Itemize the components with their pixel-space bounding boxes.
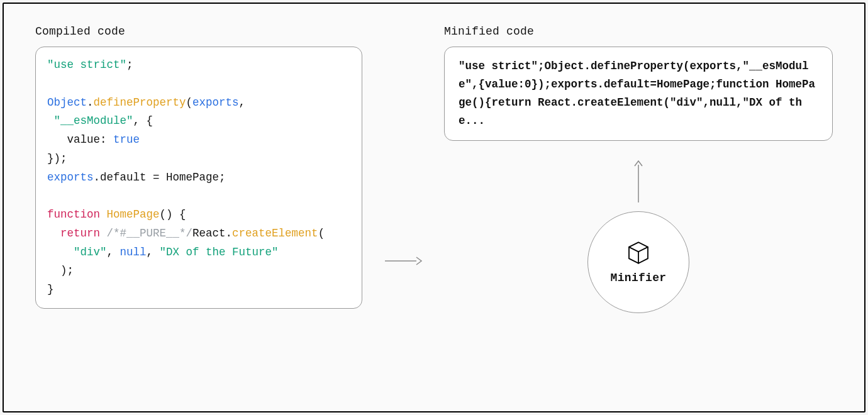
code-token: true — [113, 133, 140, 146]
code-token: , { — [133, 114, 153, 127]
code-token: . — [87, 96, 94, 109]
code-token: return — [60, 227, 100, 240]
code-token: "div" — [74, 246, 107, 258]
diagram-frame: Compiled code "use strict"; Object.defin… — [3, 3, 865, 412]
code-token: value: — [67, 133, 114, 146]
code-token: null — [120, 246, 147, 258]
code-token: function — [47, 208, 100, 221]
code-token: ( — [186, 96, 193, 109]
code-token: ); — [60, 264, 74, 277]
code-token: "DX of the Future" — [160, 246, 279, 258]
code-token — [47, 246, 74, 258]
code-token: , — [239, 96, 246, 109]
code-token — [100, 227, 107, 240]
code-token: exports — [192, 96, 239, 109]
minifier-node: Minifier — [587, 211, 689, 313]
code-token — [47, 264, 60, 277]
code-token: } — [47, 283, 54, 296]
code-token — [100, 208, 107, 221]
code-token: Object — [47, 96, 87, 109]
code-token: React. — [192, 227, 232, 240]
compiled-code-label: Compiled code — [35, 25, 362, 38]
code-token: "use strict" — [47, 58, 126, 71]
code-token: HomePage — [107, 208, 160, 221]
code-token: createElement — [232, 227, 318, 240]
code-token: () { — [160, 208, 186, 221]
code-token: /*#__PURE__*/ — [107, 227, 193, 240]
minified-code-panel: "use strict";Object.defineProperty(expor… — [444, 47, 833, 141]
code-token: "__esModule" — [54, 114, 133, 127]
minifier-node-title: Minifier — [611, 272, 667, 284]
code-token — [47, 114, 54, 127]
box-icon — [626, 240, 651, 265]
minifier-block: Minifier — [444, 147, 833, 313]
minified-code-column: Minified code "use strict";Object.define… — [444, 23, 833, 313]
minified-code-label: Minified code — [444, 25, 833, 38]
code-token: , — [107, 246, 120, 258]
arrow-to-minifier — [384, 255, 423, 267]
arrow-up-icon — [632, 158, 645, 204]
code-token — [47, 227, 60, 240]
code-token: exports — [47, 171, 94, 184]
code-token — [47, 133, 67, 146]
compiled-code-panel: "use strict"; Object.defineProperty(expo… — [35, 47, 362, 309]
compiled-code-column: Compiled code "use strict"; Object.defin… — [35, 23, 362, 309]
arrow-right-icon — [384, 255, 423, 267]
code-token: .default = HomePage; — [94, 171, 226, 184]
code-token: ; — [126, 58, 133, 71]
code-token: , — [147, 246, 160, 258]
code-token: defineProperty — [94, 96, 186, 109]
code-token: }); — [47, 152, 67, 165]
code-token: ( — [318, 227, 325, 240]
